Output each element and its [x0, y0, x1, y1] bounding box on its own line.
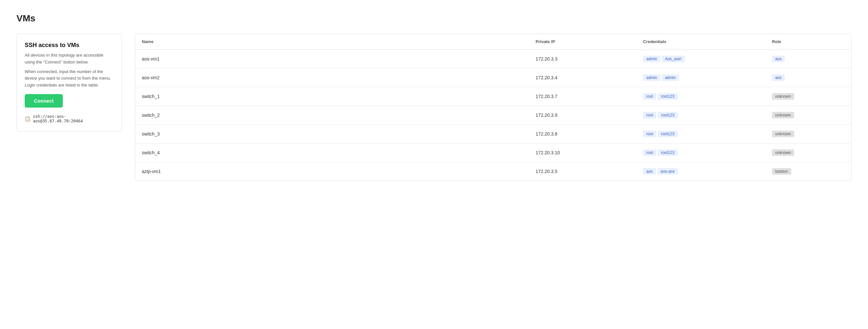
cell-role: unknown — [765, 106, 851, 125]
cell-private-ip: 172.20.3.8 — [529, 125, 637, 144]
col-role: Role — [765, 34, 851, 50]
page-title: VMs — [17, 13, 851, 24]
role-badge: unknown — [772, 93, 794, 100]
table-body: aos-vm1172.20.3.3adminAos_aos!aosaos-vm2… — [135, 50, 851, 181]
cell-name: aos-vm1 — [135, 50, 529, 68]
cell-credentials: rootroot123 — [637, 144, 765, 162]
table-row: aos-vm2172.20.3.4adminadminaos — [135, 68, 851, 87]
ssh-panel: SSH access to VMs All devices in this to… — [17, 34, 122, 131]
cell-name: switch_1 — [135, 87, 529, 106]
credential-badge: aos-aos — [657, 168, 678, 175]
table-row: switch_3172.20.3.8rootroot123unknown — [135, 125, 851, 144]
credential-badge: root — [643, 130, 656, 137]
table-row: switch_1172.20.3.7rootroot123unknown — [135, 87, 851, 106]
panel-title: SSH access to VMs — [25, 42, 114, 49]
cell-credentials: adminAos_aos! — [637, 50, 765, 68]
table-row: aztp-vm1172.20.3.5aosaos-aosbastion — [135, 162, 851, 181]
copy-icon[interactable]: 📋 — [25, 116, 30, 121]
cell-private-ip: 172.20.3.3 — [529, 50, 637, 68]
credential-badge: root — [643, 149, 656, 156]
cell-credentials: adminadmin — [637, 68, 765, 87]
cell-role: aos — [765, 68, 851, 87]
table-row: switch_2172.20.3.9rootroot123unknown — [135, 106, 851, 125]
col-credentials: Credentials — [637, 34, 765, 50]
credential-badge: Aos_aos! — [662, 56, 685, 62]
cell-role: unknown — [765, 87, 851, 106]
panel-desc-1: All devices in this topology are accessi… — [25, 52, 114, 66]
credential-badge: admin — [662, 74, 679, 81]
main-layout: SSH access to VMs All devices in this to… — [17, 34, 851, 181]
table-header: Name Private IP Credentials Role — [135, 34, 851, 50]
role-badge: bastion — [772, 168, 791, 175]
role-badge: aos — [772, 74, 785, 81]
cell-role: unknown — [765, 144, 851, 162]
cell-role: bastion — [765, 162, 851, 181]
vm-table: Name Private IP Credentials Role aos-vm1… — [135, 34, 851, 181]
cell-private-ip: 172.20.3.4 — [529, 68, 637, 87]
cell-credentials: rootroot123 — [637, 125, 765, 144]
panel-desc-2: When connected, input the number of the … — [25, 68, 114, 89]
cell-role: unknown — [765, 125, 851, 144]
cell-name: switch_3 — [135, 125, 529, 144]
cell-role: aos — [765, 50, 851, 68]
col-private-ip: Private IP — [529, 34, 637, 50]
vm-table-container: Name Private IP Credentials Role aos-vm1… — [135, 34, 851, 181]
cell-private-ip: 172.20.3.9 — [529, 106, 637, 125]
panel-description: All devices in this topology are accessi… — [25, 52, 114, 89]
role-badge: unknown — [772, 112, 794, 118]
cell-name: aztp-vm1 — [135, 162, 529, 181]
cell-name: switch_4 — [135, 144, 529, 162]
ssh-row: 📋 ssh://aos:aos-aos@35.87.40.70:20464 — [25, 114, 114, 123]
credential-badge: admin — [643, 74, 660, 81]
cell-credentials: aosaos-aos — [637, 162, 765, 181]
table-row: aos-vm1172.20.3.3adminAos_aos!aos — [135, 50, 851, 68]
credential-badge: admin — [643, 56, 660, 62]
cell-private-ip: 172.20.3.7 — [529, 87, 637, 106]
credential-badge: root123 — [658, 93, 678, 100]
col-name: Name — [135, 34, 529, 50]
role-badge: unknown — [772, 149, 794, 156]
credential-badge: root123 — [658, 112, 678, 118]
cell-private-ip: 172.20.3.5 — [529, 162, 637, 181]
credential-badge: root123 — [658, 149, 678, 156]
cell-name: aos-vm2 — [135, 68, 529, 87]
cell-name: switch_2 — [135, 106, 529, 125]
cell-private-ip: 172.20.3.10 — [529, 144, 637, 162]
credential-badge: root — [643, 93, 656, 100]
role-badge: aos — [772, 56, 785, 62]
credential-badge: aos — [643, 168, 656, 175]
credential-badge: root123 — [658, 130, 678, 137]
role-badge: unknown — [772, 130, 794, 137]
ssh-string: ssh://aos:aos-aos@35.87.40.70:20464 — [33, 114, 114, 123]
cell-credentials: rootroot123 — [637, 106, 765, 125]
cell-credentials: rootroot123 — [637, 87, 765, 106]
credential-badge: root — [643, 112, 656, 118]
table-row: switch_4172.20.3.10rootroot123unknown — [135, 144, 851, 162]
connect-button[interactable]: Connect — [25, 94, 63, 108]
